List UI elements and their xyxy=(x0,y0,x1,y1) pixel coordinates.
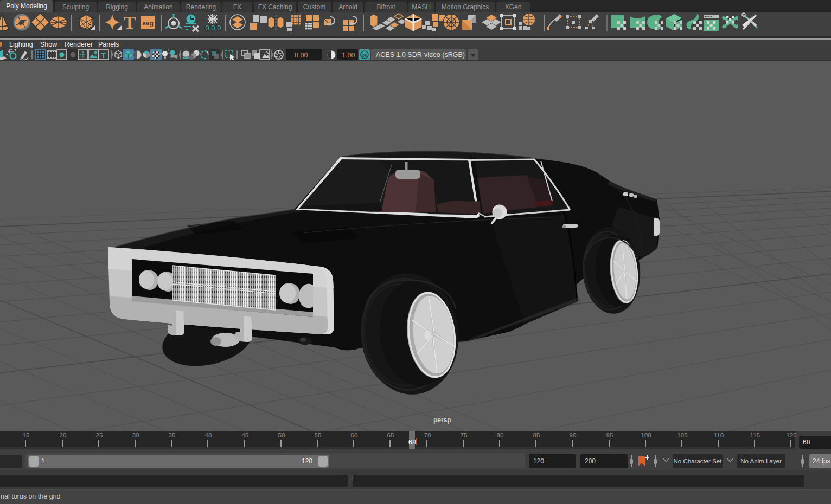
svg-text:ON: ON xyxy=(362,54,368,57)
svg-text:svg: svg xyxy=(142,20,154,27)
svg-text:0,0,0: 0,0,0 xyxy=(206,24,221,32)
svg-text:0.00: 0.00 xyxy=(295,51,308,59)
svg-text:1.00: 1.00 xyxy=(342,51,355,59)
svg-text:T: T xyxy=(101,51,106,60)
svg-text:T: T xyxy=(124,12,136,33)
